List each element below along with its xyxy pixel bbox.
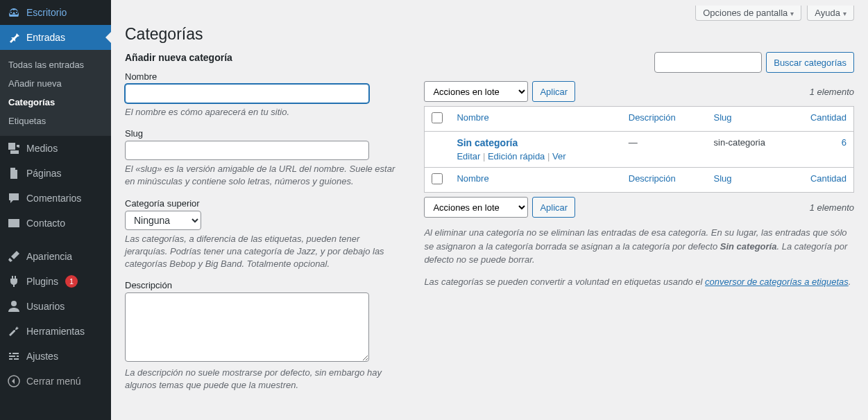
item-count-bottom: 1 elemento [810, 202, 854, 213]
sidebar-item-contact[interactable]: Contacto [0, 211, 111, 236]
main-content: Opciones de pantalla Ayuda Categorías Añ… [111, 0, 868, 420]
name-input[interactable] [125, 84, 369, 103]
add-category-form: Añadir nueva categoría Nombre El nombre … [125, 52, 402, 402]
sidebar-item-posts[interactable]: Entradas [0, 25, 111, 50]
user-icon [7, 299, 21, 313]
sidebar-item-collapse[interactable]: Cerrar menú [0, 369, 111, 394]
sidebar-item-label: Herramientas [26, 326, 85, 337]
submenu-add-new[interactable]: Añadir nueva [0, 74, 111, 93]
dashboard-icon [7, 6, 21, 19]
wrench-icon [7, 324, 21, 338]
action-edit[interactable]: Editar [457, 151, 480, 161]
sidebar-item-label: Entradas [26, 32, 65, 43]
plug-icon [7, 274, 21, 288]
name-label: Nombre [125, 71, 402, 82]
sidebar-item-label: Comentarios [26, 193, 81, 204]
slug-help: El «slug» es la versión amigable de la U… [125, 163, 402, 188]
delete-note: Al eliminar una categoría no se eliminan… [424, 226, 854, 267]
row-qty[interactable]: 6 [842, 137, 846, 148]
media-icon [7, 141, 21, 155]
sidebar-item-label: Apariencia [26, 251, 72, 262]
select-all-top[interactable] [432, 112, 443, 123]
name-help: El nombre es cómo aparecerá en tu sitio. [125, 106, 402, 119]
row-desc: — [622, 132, 707, 168]
sidebar-item-tools[interactable]: Herramientas [0, 319, 111, 344]
submenu-tags[interactable]: Etiquetas [0, 112, 111, 130]
sliders-icon [7, 349, 21, 363]
col-slug[interactable]: Slug [714, 112, 732, 123]
sidebar-item-appearance[interactable]: Apariencia [0, 244, 111, 269]
sidebar-item-label: Plugins [26, 276, 58, 287]
sidebar-item-label: Medios [26, 143, 58, 154]
sidebar-item-media[interactable]: Medios [0, 136, 111, 161]
sidebar-item-comments[interactable]: Comentarios [0, 186, 111, 211]
col-desc[interactable]: Descripción [629, 112, 676, 123]
sidebar-item-users[interactable]: Usuarios [0, 294, 111, 319]
search-input[interactable] [654, 52, 762, 73]
action-view[interactable]: Ver [552, 151, 566, 161]
sidebar-item-label: Páginas [26, 168, 62, 179]
parent-label: Categoría superior [125, 198, 402, 209]
bulk-action-select-top[interactable]: Acciones en lote [424, 81, 528, 102]
bulk-apply-top[interactable]: Aplicar [532, 81, 575, 102]
form-heading: Añadir nueva categoría [125, 52, 402, 63]
pin-icon [7, 30, 21, 44]
convert-note: Las categorías se pueden convertir a vol… [424, 275, 854, 289]
row-slug: sin-categoria [707, 132, 799, 168]
sidebar-item-plugins[interactable]: Plugins 1 [0, 269, 111, 294]
comment-icon [7, 191, 21, 205]
row-name[interactable]: Sin categoría [457, 137, 518, 148]
sidebar-item-dashboard[interactable]: Escritorio [0, 0, 111, 25]
col-qty-foot[interactable]: Cantidad [810, 173, 846, 184]
sidebar-item-label: Ajustes [26, 351, 58, 362]
search-button[interactable]: Buscar categorías [766, 52, 854, 73]
desc-label: Descripción [125, 280, 402, 290]
submenu-all-posts[interactable]: Todas las entradas [0, 55, 111, 74]
bulk-action-select-bottom[interactable]: Acciones en lote [424, 197, 528, 218]
submenu-categories[interactable]: Categorías [0, 93, 111, 112]
slug-label: Slug [125, 128, 402, 139]
brush-icon [7, 250, 21, 263]
tablenav-top: Acciones en lote Aplicar 1 elemento [424, 81, 854, 102]
slug-input[interactable] [125, 141, 369, 160]
converter-link[interactable]: conversor de categorías a etiquetas [705, 277, 849, 287]
desc-help: La descripción no suele mostrarse por de… [125, 367, 402, 392]
select-all-bottom[interactable] [432, 173, 443, 184]
screen-meta: Opciones de pantalla Ayuda [125, 6, 854, 21]
parent-select[interactable]: Ninguna [125, 211, 201, 230]
row-actions: Editar | Edición rápida | Ver [457, 151, 614, 161]
desc-textarea[interactable] [125, 292, 369, 362]
col-slug-foot[interactable]: Slug [714, 173, 732, 184]
item-count-top: 1 elemento [810, 87, 854, 97]
sidebar-item-label: Escritorio [26, 7, 67, 18]
col-name[interactable]: Nombre [457, 112, 488, 123]
update-badge: 1 [65, 275, 78, 288]
help-button[interactable]: Ayuda [807, 6, 854, 21]
screen-options-button[interactable]: Opciones de pantalla [695, 6, 801, 21]
tablenav-bottom: Acciones en lote Aplicar 1 elemento [424, 197, 854, 218]
sidebar-item-label: Cerrar menú [26, 376, 81, 387]
page-icon [7, 166, 21, 180]
col-name-foot[interactable]: Nombre [457, 173, 488, 184]
svg-point-0 [11, 301, 17, 306]
sidebar-item-pages[interactable]: Páginas [0, 161, 111, 186]
table-row: Sin categoría Editar | Edición rápida | … [425, 132, 854, 168]
bulk-apply-bottom[interactable]: Aplicar [532, 197, 575, 218]
col-desc-foot[interactable]: Descripción [629, 173, 676, 184]
mail-icon [7, 216, 21, 230]
submenu-posts: Todas las entradas Añadir nueva Categorí… [0, 50, 111, 136]
col-qty[interactable]: Cantidad [810, 112, 846, 123]
page-title: Categorías [125, 25, 854, 52]
collapse-icon [7, 374, 21, 388]
action-quickedit[interactable]: Edición rápida [488, 151, 545, 161]
sidebar-item-label: Usuarios [26, 301, 65, 312]
categories-table: Nombre Descripción Slug Cantidad Sin cat… [424, 106, 854, 193]
sidebar-item-settings[interactable]: Ajustes [0, 344, 111, 369]
parent-help: Las categorías, a diferencia de las etiq… [125, 233, 402, 271]
sidebar-item-label: Contacto [26, 218, 65, 229]
admin-sidebar: Escritorio Entradas Todas las entradas A… [0, 0, 111, 420]
category-list-panel: Buscar categorías Acciones en lote Aplic… [424, 52, 854, 402]
